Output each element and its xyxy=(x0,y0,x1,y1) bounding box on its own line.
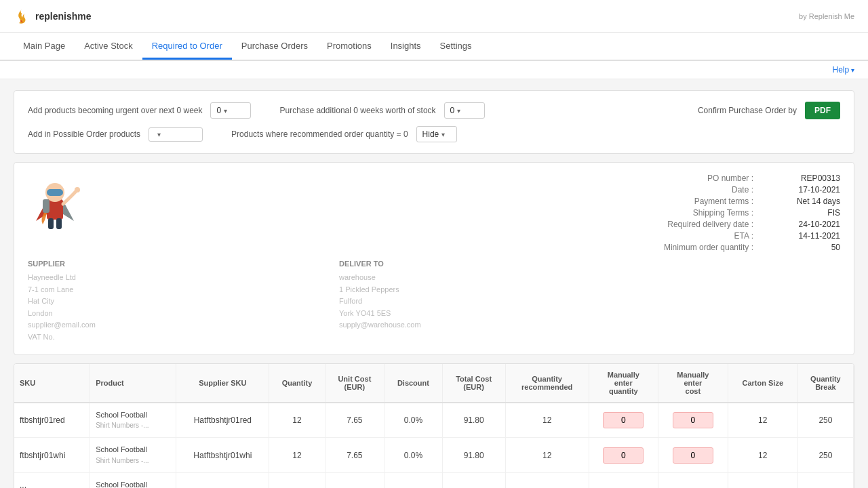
top-bar: replenishme by Replenish Me xyxy=(0,0,868,33)
nav-item-insights[interactable]: Insights xyxy=(381,34,431,60)
delivery-date-row: Required delivery date : 24-10-2021 xyxy=(623,220,840,229)
po-number-row: PO number : REP00313 xyxy=(623,174,840,183)
table-header-row: SKU Product Supplier SKU Quantity Unit C… xyxy=(14,364,854,403)
cell-unit-cost: 7.65 xyxy=(325,403,384,438)
cell-sku: ftbshtjr01whi xyxy=(14,438,90,473)
cell-total-cost: 91.80 xyxy=(442,438,505,473)
cell-manually-cost[interactable] xyxy=(658,403,728,438)
stock-value: 0 xyxy=(450,106,455,115)
header-discount: Discount xyxy=(384,364,442,403)
nav-item-purchase-orders[interactable]: Purchase Orders xyxy=(232,34,317,60)
header-product: Product xyxy=(90,364,176,403)
possible-select[interactable]: ▾ xyxy=(149,127,203,142)
cell-manually-qty-input[interactable] xyxy=(603,447,644,464)
payment-terms-value: Net 14 days xyxy=(759,197,840,206)
po-number-label: PO number : xyxy=(707,174,753,183)
cell-quantity: 12 xyxy=(269,438,325,473)
deliver-to-address: warehouse 1 Pickled Peppers Fulford York… xyxy=(339,272,610,331)
cell-quantity xyxy=(269,473,325,488)
deliver-to-title: DELIVER TO xyxy=(339,260,610,268)
document-left: SUPPLIER Hayneedle Ltd 7-1 com Lane Hat … xyxy=(28,174,610,344)
cell-product: School FootballShirt Numbers -... xyxy=(90,403,176,438)
address-section: SUPPLIER Hayneedle Ltd 7-1 com Lane Hat … xyxy=(28,260,610,344)
urgent-select[interactable]: 0 ▾ xyxy=(210,102,251,119)
orders-table: SKU Product Supplier SKU Quantity Unit C… xyxy=(14,364,854,488)
controls-row-2: Add in Possible Order products ▾ Product… xyxy=(28,126,840,142)
nav-item-settings[interactable]: Settings xyxy=(431,34,481,60)
date-value: 17-10-2021 xyxy=(759,185,840,195)
cell-quantity: 12 xyxy=(269,403,325,438)
cell-product: School Football xyxy=(90,473,176,488)
cell-supplier-sku: Hatftbshtjr01whi xyxy=(176,438,269,473)
nav-item-main-page[interactable]: Main Page xyxy=(14,34,75,60)
moq-row: Minimum order quantity : 50 xyxy=(623,243,840,252)
document-section: SUPPLIER Hayneedle Ltd 7-1 com Lane Hat … xyxy=(14,162,854,355)
recommended-label: Products where recommended order quantit… xyxy=(231,129,408,139)
mascot-icon xyxy=(28,174,82,241)
recommended-value: Hide xyxy=(422,129,439,139)
header-manually-cost: Manuallyentercost xyxy=(658,364,728,403)
possible-label: Add in Possible Order products xyxy=(28,129,140,139)
cell-qty-break: 250 xyxy=(797,438,853,473)
header-total-cost: Total Cost(EUR) xyxy=(442,364,505,403)
cell-unit-cost xyxy=(325,473,384,488)
cell-sku: ftbshtjr01red xyxy=(14,403,90,438)
stock-chevron-icon: ▾ xyxy=(457,107,460,115)
pdf-button[interactable]: PDF xyxy=(805,102,840,119)
date-row: Date : 17-10-2021 xyxy=(623,185,840,195)
cell-sku: ... xyxy=(14,473,90,488)
confirm-label: Confirm Purchase Order by xyxy=(698,106,797,115)
help-link[interactable]: Help xyxy=(833,65,854,75)
deliver-to-column: DELIVER TO warehouse 1 Pickled Peppers F… xyxy=(339,260,610,344)
urgent-label: Add products becoming urgent over next 0… xyxy=(28,106,202,115)
header-carton-size: Carton Size xyxy=(728,364,797,403)
cell-carton-size: 12 xyxy=(728,438,797,473)
cell-manually-cost-input[interactable] xyxy=(673,447,713,464)
shipping-terms-value: FIS xyxy=(759,208,840,218)
cell-qty-recommended xyxy=(505,473,589,488)
cell-discount: 0.0% xyxy=(384,403,442,438)
brand-credit: by Replenish Me xyxy=(799,12,854,20)
eta-label: ETA : xyxy=(734,231,753,241)
help-bar: Help xyxy=(0,61,868,79)
svg-rect-5 xyxy=(56,218,62,229)
recommended-chevron-icon: ▾ xyxy=(441,131,445,138)
nav-item-active-stock[interactable]: Active Stock xyxy=(75,34,142,60)
table-section: SKU Product Supplier SKU Quantity Unit C… xyxy=(14,363,854,488)
header-supplier-sku: Supplier SKU xyxy=(176,364,269,403)
table-row: ftbshtjr01whiSchool FootballShirt Number… xyxy=(14,438,854,473)
svg-rect-4 xyxy=(48,218,54,229)
main-content: Add products becoming urgent over next 0… xyxy=(0,79,868,488)
po-number-value: REP00313 xyxy=(759,174,840,183)
table-row: ftbshtjr01redSchool FootballShirt Number… xyxy=(14,403,854,438)
header-qty-recommended: Quantityrecommended xyxy=(505,364,589,403)
cell-manually-qty[interactable] xyxy=(589,403,658,438)
cell-manually-qty[interactable] xyxy=(589,438,658,473)
cell-qty-recommended: 12 xyxy=(505,438,589,473)
cell-qty-recommended: 12 xyxy=(505,403,589,438)
urgent-value: 0 xyxy=(216,106,221,115)
controls-panel: Add products becoming urgent over next 0… xyxy=(14,90,854,154)
logo-icon xyxy=(14,8,30,24)
stock-select[interactable]: 0 ▾ xyxy=(444,102,485,119)
cell-manually-cost xyxy=(658,473,728,488)
eta-value: 14-11-2021 xyxy=(759,231,840,241)
nav-item-required-to-order[interactable]: Required to Order xyxy=(142,34,232,60)
moq-label: Minimum order quantity : xyxy=(664,243,753,252)
recommended-select[interactable]: Hide ▾ xyxy=(416,126,457,142)
cell-total-cost: 91.80 xyxy=(442,403,505,438)
cell-supplier-sku: Hatftbshtjr01red xyxy=(176,403,269,438)
nav-item-promotions[interactable]: Promotions xyxy=(317,34,381,60)
svg-rect-2 xyxy=(47,189,63,196)
payment-terms-label: Payment terms : xyxy=(694,197,753,206)
payment-terms-row: Payment terms : Net 14 days xyxy=(623,197,840,206)
supplier-column: SUPPLIER Hayneedle Ltd 7-1 com Lane Hat … xyxy=(28,260,298,344)
shipping-terms-row: Shipping Terms : FIS xyxy=(623,208,840,218)
shipping-terms-label: Shipping Terms : xyxy=(693,208,753,218)
cell-manually-cost[interactable] xyxy=(658,438,728,473)
cell-total-cost xyxy=(442,473,505,488)
controls-row-1: Add products becoming urgent over next 0… xyxy=(28,102,840,119)
cell-manually-cost-input[interactable] xyxy=(673,412,713,428)
header-unit-cost: Unit Cost(EUR) xyxy=(325,364,384,403)
cell-manually-qty-input[interactable] xyxy=(603,412,644,428)
